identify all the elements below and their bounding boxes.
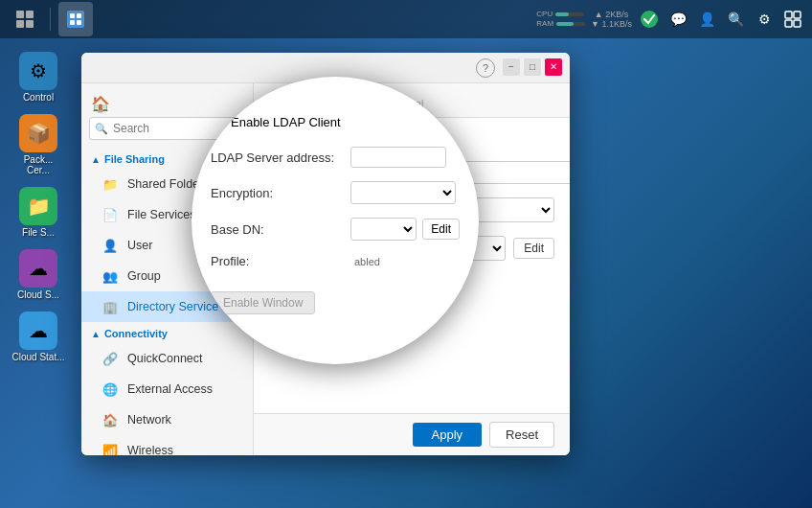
apply-button[interactable]: Apply (413, 423, 483, 447)
directory-service-label: Directory Service (127, 300, 218, 313)
svg-rect-11 (794, 12, 801, 18)
quickconnect-icon: 🔗 (101, 349, 120, 368)
search-icon: 🔍 (95, 123, 108, 135)
svg-rect-3 (26, 20, 34, 28)
user-menu-icon[interactable]: 👤 (695, 8, 718, 31)
svg-rect-10 (785, 12, 792, 18)
sys-stats: CPU RAM (536, 10, 585, 28)
connectivity-section-header[interactable]: ▲ Connectivity (81, 322, 253, 343)
mag-profile-label: Profile: (211, 254, 345, 268)
help-button[interactable]: ? (476, 58, 495, 78)
taskbar-apps (8, 2, 93, 36)
minimize-button[interactable]: − (503, 58, 520, 76)
group-label: Group (127, 269, 161, 283)
chevron-icon: ▲ (91, 154, 101, 165)
sidebar-item-quickconnect[interactable]: 🔗 QuickConnect (81, 343, 253, 374)
wireless-label: Wireless (127, 444, 173, 455)
net-speed: ▲ 2KB/s ▼ 1.1KB/s (591, 10, 632, 29)
svg-rect-12 (785, 20, 792, 27)
mag-enable-ldap-row: Enable LDAP Client (211, 115, 460, 129)
mag-encryption-select[interactable] (350, 181, 456, 204)
desktop-icon-cloud2[interactable]: ☁ Cloud Stat... (8, 308, 69, 366)
desktop-icon-control-panel[interactable]: ⚙ Control (8, 48, 69, 106)
group-icon: 👥 (101, 266, 120, 286)
sidebar-item-external-access[interactable]: 🌐 External Access (81, 374, 253, 404)
external-access-label: External Access (127, 382, 213, 396)
user-icon: 👤 (101, 236, 120, 255)
connectivity-label: Connectivity (104, 328, 168, 339)
mag-server-address-input[interactable] (350, 147, 446, 168)
network-icon: 🏠 (101, 410, 120, 429)
sidebar-home[interactable]: 🏠 (81, 91, 253, 117)
svg-rect-13 (794, 20, 801, 27)
external-access-icon: 🌐 (101, 380, 120, 399)
mag-server-address-row: LDAP Server address: (211, 147, 460, 168)
desktop-icon-package[interactable]: 📦 Pack... Cer... (8, 110, 69, 179)
taskbar: CPU RAM ▲ 2KB/s ▼ 1.1KB/s 💬 👤 (0, 0, 812, 38)
mag-enabled-text: abled (354, 256, 380, 267)
folder-icon: 📁 (101, 174, 120, 194)
reset-button[interactable]: Reset (489, 422, 554, 448)
edit-button[interactable]: Edit (513, 238, 554, 259)
user-label: User (127, 239, 152, 252)
file-services-label: File Services (127, 208, 196, 221)
svg-rect-4 (67, 11, 84, 28)
svg-rect-1 (26, 11, 34, 18)
chevron-icon-2: ▲ (91, 329, 101, 339)
mag-base-dn-row: Base DN: Edit (211, 218, 460, 241)
mag-enable-ldap-label: Enable LDAP Client (231, 115, 341, 129)
mag-base-dn-label: Base DN: (211, 222, 345, 237)
mag-enable-windows-button[interactable]: Enable Window (211, 291, 315, 314)
network-label: Network (127, 413, 171, 427)
mag-base-dn-select[interactable] (350, 218, 417, 241)
control-panel-taskbar-icon[interactable] (58, 2, 93, 36)
svg-rect-2 (16, 20, 24, 28)
taskbar-right: CPU RAM ▲ 2KB/s ▼ 1.1KB/s 💬 👤 (536, 8, 804, 31)
mag-server-address-label: LDAP Server address: (211, 150, 345, 165)
desktop-icon-file-station[interactable]: 📁 File S... (8, 183, 69, 242)
mag-encryption-label: Encryption: (211, 186, 345, 200)
home-icon: 🏠 (91, 95, 110, 113)
svg-rect-5 (70, 13, 75, 18)
window-controls: ? − □ ✕ (476, 58, 562, 78)
magnifier-overlay: Enable LDAP Client LDAP Server address: … (192, 77, 479, 364)
mag-profile-row: Profile: abled (211, 254, 460, 268)
wireless-icon: 📶 (101, 441, 120, 455)
window-footer: Apply Reset (254, 413, 570, 455)
search-taskbar-icon[interactable]: 🔍 (724, 8, 747, 31)
main-menu-icon[interactable] (8, 2, 42, 36)
settings-taskbar-icon[interactable]: ⚙ (753, 8, 776, 31)
sidebar-item-network[interactable]: 🏠 Network (81, 404, 253, 435)
close-button[interactable]: ✕ (545, 58, 562, 76)
svg-rect-6 (77, 13, 81, 18)
sidebar-item-wireless[interactable]: 📶 Wireless (81, 435, 253, 455)
svg-rect-0 (16, 11, 24, 18)
mag-edit-button[interactable]: Edit (422, 219, 460, 240)
mag-encryption-row: Encryption: (211, 181, 460, 204)
file-sharing-label: File Sharing (104, 153, 165, 165)
desktop: CPU RAM ▲ 2KB/s ▼ 1.1KB/s 💬 👤 (0, 0, 812, 508)
shared-folder-label: Shared Folder (127, 177, 203, 191)
maximize-button[interactable]: □ (524, 58, 541, 76)
svg-rect-7 (70, 20, 75, 25)
svg-rect-8 (77, 20, 81, 25)
taskbar-separator (50, 8, 51, 31)
desktop-icon-cloud1[interactable]: ☁ Cloud S... (8, 245, 69, 304)
file-services-icon: 📄 (101, 205, 120, 224)
quickconnect-label: QuickConnect (127, 352, 203, 365)
svg-point-9 (641, 11, 658, 28)
desktop-icons: ⚙ Control 📦 Pack... Cer... 📁 File S... ☁… (8, 48, 69, 366)
network-status-icon[interactable] (638, 8, 661, 31)
directory-icon: 🏢 (101, 297, 120, 316)
layout-taskbar-icon[interactable] (781, 8, 804, 31)
magnifier-content: Enable LDAP Client LDAP Server address: … (192, 77, 479, 364)
message-icon[interactable]: 💬 (666, 8, 689, 31)
